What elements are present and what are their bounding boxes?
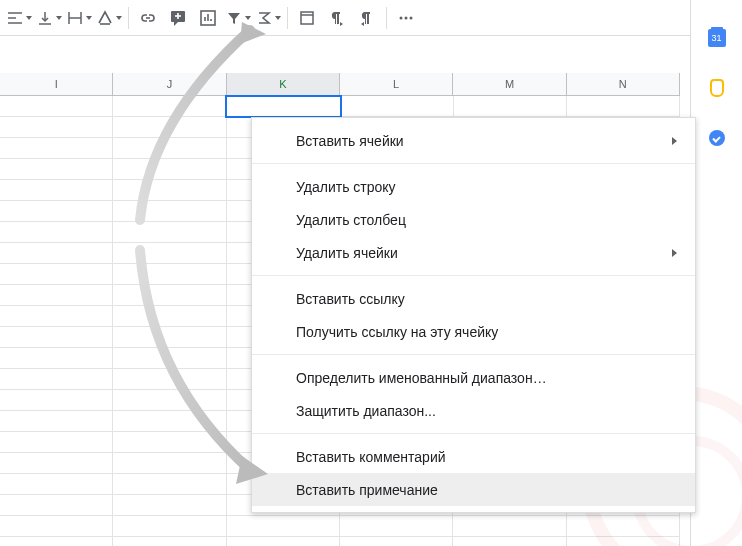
cell[interactable] bbox=[0, 306, 113, 327]
column-header[interactable]: N bbox=[567, 73, 680, 95]
toolbar-separator bbox=[128, 7, 129, 29]
context-menu-item[interactable]: Определить именованный диапазон… bbox=[252, 361, 695, 394]
context-menu-item[interactable]: Вставить комментарий bbox=[252, 440, 695, 473]
column-header[interactable]: I bbox=[0, 73, 113, 95]
cell[interactable] bbox=[113, 159, 226, 180]
column-header[interactable]: M bbox=[453, 73, 566, 95]
more-button[interactable] bbox=[391, 3, 421, 33]
cell[interactable] bbox=[113, 306, 226, 327]
column-header[interactable]: J bbox=[113, 73, 226, 95]
cell[interactable] bbox=[0, 243, 113, 264]
cell[interactable] bbox=[0, 222, 113, 243]
cell[interactable] bbox=[113, 369, 226, 390]
cell[interactable] bbox=[225, 95, 341, 118]
dropdown-arrow-icon bbox=[26, 16, 32, 20]
cell[interactable] bbox=[113, 453, 226, 474]
tasks-sidebar-button[interactable] bbox=[707, 128, 727, 148]
context-menu: Вставить ячейкиУдалить строкуУдалить сто… bbox=[251, 117, 696, 513]
context-menu-item[interactable]: Вставить ячейки bbox=[252, 124, 695, 157]
context-menu-item[interactable]: Удалить ячейки bbox=[252, 236, 695, 269]
column-header[interactable]: L bbox=[340, 73, 453, 95]
svg-point-18 bbox=[405, 16, 408, 19]
cell[interactable] bbox=[113, 516, 226, 537]
cell[interactable] bbox=[0, 117, 113, 138]
cell[interactable] bbox=[0, 348, 113, 369]
calendar-icon: 31 bbox=[708, 29, 726, 47]
cell[interactable] bbox=[340, 537, 453, 546]
cell[interactable] bbox=[0, 201, 113, 222]
tasks-icon bbox=[709, 130, 725, 146]
cell[interactable] bbox=[113, 117, 226, 138]
cell[interactable] bbox=[0, 474, 113, 495]
cell[interactable] bbox=[340, 516, 453, 537]
cell[interactable] bbox=[113, 222, 226, 243]
context-menu-item[interactable]: Вставить примечание bbox=[252, 473, 695, 506]
keep-icon bbox=[710, 79, 724, 97]
cell[interactable] bbox=[113, 495, 226, 516]
cell[interactable] bbox=[113, 348, 226, 369]
keep-sidebar-button[interactable] bbox=[707, 78, 727, 98]
cell[interactable] bbox=[0, 96, 113, 117]
cell[interactable] bbox=[0, 411, 113, 432]
cell[interactable] bbox=[567, 96, 680, 117]
cell[interactable] bbox=[453, 537, 566, 546]
cell[interactable] bbox=[453, 516, 566, 537]
cell[interactable] bbox=[113, 327, 226, 348]
cell[interactable] bbox=[0, 516, 113, 537]
format-group1-button[interactable] bbox=[292, 3, 322, 33]
cell[interactable] bbox=[113, 411, 226, 432]
format-rtl-button[interactable] bbox=[352, 3, 382, 33]
cell[interactable] bbox=[113, 474, 226, 495]
text-wrap-button[interactable] bbox=[64, 3, 94, 33]
cell[interactable] bbox=[0, 432, 113, 453]
text-rotation-button[interactable] bbox=[94, 3, 124, 33]
cell[interactable] bbox=[0, 264, 113, 285]
calendar-sidebar-button[interactable]: 31 bbox=[707, 28, 727, 48]
cell[interactable] bbox=[113, 180, 226, 201]
cell[interactable] bbox=[0, 138, 113, 159]
context-menu-item[interactable]: Удалить строку bbox=[252, 170, 695, 203]
cell[interactable] bbox=[113, 201, 226, 222]
cell[interactable] bbox=[0, 495, 113, 516]
cell[interactable] bbox=[113, 432, 226, 453]
create-filter-button[interactable] bbox=[223, 3, 253, 33]
dropdown-arrow-icon bbox=[245, 16, 251, 20]
cell[interactable] bbox=[0, 453, 113, 474]
toolbar bbox=[0, 0, 742, 36]
column-header[interactable]: K bbox=[227, 73, 340, 95]
context-menu-item[interactable]: Вставить ссылку bbox=[252, 282, 695, 315]
vertical-align-button[interactable] bbox=[34, 3, 64, 33]
insert-comment-button[interactable] bbox=[163, 3, 193, 33]
cell[interactable] bbox=[454, 96, 567, 117]
cell[interactable] bbox=[113, 264, 226, 285]
cell[interactable] bbox=[113, 138, 226, 159]
cell[interactable] bbox=[0, 180, 113, 201]
cell[interactable] bbox=[341, 96, 454, 117]
cell[interactable] bbox=[0, 159, 113, 180]
column-headers: IJKLMN bbox=[0, 73, 680, 96]
dropdown-arrow-icon bbox=[275, 16, 281, 20]
cell[interactable] bbox=[227, 516, 340, 537]
table-row bbox=[0, 96, 680, 117]
cell[interactable] bbox=[113, 285, 226, 306]
cell[interactable] bbox=[113, 96, 226, 117]
cell[interactable] bbox=[0, 390, 113, 411]
cell[interactable] bbox=[0, 327, 113, 348]
insert-link-button[interactable] bbox=[133, 3, 163, 33]
insert-chart-button[interactable] bbox=[193, 3, 223, 33]
cell[interactable] bbox=[0, 285, 113, 306]
functions-button[interactable] bbox=[253, 3, 283, 33]
cell[interactable] bbox=[113, 243, 226, 264]
horizontal-align-button[interactable] bbox=[4, 3, 34, 33]
cell[interactable] bbox=[227, 537, 340, 546]
cell[interactable] bbox=[0, 537, 113, 546]
context-menu-item[interactable]: Получить ссылку на эту ячейку bbox=[252, 315, 695, 348]
format-ltr-button[interactable] bbox=[322, 3, 352, 33]
context-menu-item[interactable]: Защитить диапазон... bbox=[252, 394, 695, 427]
dropdown-arrow-icon bbox=[56, 16, 62, 20]
cell[interactable] bbox=[113, 537, 226, 546]
cell[interactable] bbox=[0, 369, 113, 390]
context-menu-item[interactable]: Удалить столбец bbox=[252, 203, 695, 236]
cell[interactable] bbox=[113, 390, 226, 411]
svg-point-17 bbox=[400, 16, 403, 19]
